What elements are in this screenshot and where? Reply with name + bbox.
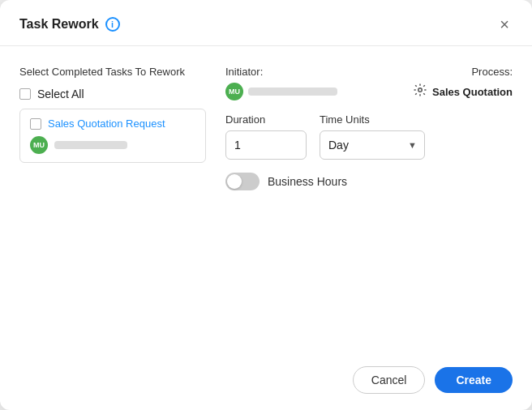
initiator-field: Initiator: MU (225, 66, 337, 100)
task-user-avatar: MU (30, 136, 48, 154)
info-icon[interactable]: i (105, 17, 120, 32)
duration-row: Duration ▲ ▼ Time Units Minute (225, 113, 513, 160)
initiator-avatar: MU (225, 83, 243, 100)
initiator-name (248, 88, 337, 96)
task-user-name (54, 141, 127, 149)
process-icon (413, 83, 427, 100)
duration-label: Duration (225, 113, 307, 126)
left-panel-title: Select Completed Tasks To Rework (19, 66, 206, 78)
select-all-checkbox[interactable] (19, 88, 31, 100)
cancel-button[interactable]: Cancel (353, 366, 426, 394)
right-panel: Initiator: MU Process: (225, 66, 513, 334)
close-button[interactable]: × (496, 15, 513, 34)
dialog-header: Task Rework i × (0, 0, 532, 46)
task-rework-dialog: Task Rework i × Select Completed Tasks T… (0, 0, 532, 410)
task-list: Sales Quotation Request MU (19, 109, 206, 163)
task-link[interactable]: Sales Quotation Request (48, 117, 165, 130)
duration-input[interactable] (226, 139, 307, 152)
left-panel: Select Completed Tasks To Rework Select … (19, 66, 206, 334)
time-units-select-wrap: Minute Hour Day Week ▼ (320, 130, 425, 160)
process-field: Process: Sales Quotation (413, 66, 513, 100)
task-user-row: MU (30, 136, 195, 154)
process-name: Sales Quotation (432, 86, 513, 98)
time-units-label: Time Units (320, 113, 425, 126)
time-units-select[interactable]: Minute Hour Day Week (320, 130, 425, 160)
task-item-header: Sales Quotation Request (30, 117, 195, 130)
duration-input-wrap: ▲ ▼ (225, 130, 307, 160)
initiator-label: Initiator: (225, 66, 337, 78)
svg-point-0 (418, 88, 423, 92)
select-all-row: Select All (19, 88, 206, 100)
business-hours-row: Business Hours (225, 173, 513, 190)
duration-field: Duration ▲ ▼ (225, 113, 307, 160)
business-hours-label: Business Hours (268, 175, 347, 188)
time-units-field: Time Units Minute Hour Day Week ▼ (320, 113, 425, 160)
select-all-label: Select All (37, 88, 84, 100)
process-label: Process: (413, 66, 513, 78)
dialog-footer: Cancel Create (0, 353, 532, 410)
initiator-content: MU (225, 83, 337, 100)
process-value: Sales Quotation (413, 83, 513, 100)
dialog-title: Task Rework (19, 17, 99, 32)
create-button[interactable]: Create (435, 367, 513, 393)
dialog-body: Select Completed Tasks To Rework Select … (0, 46, 532, 353)
business-hours-toggle[interactable] (225, 173, 260, 190)
initiator-process-row: Initiator: MU Process: (225, 66, 513, 100)
task-checkbox[interactable] (30, 118, 41, 130)
toggle-knob (227, 174, 242, 189)
